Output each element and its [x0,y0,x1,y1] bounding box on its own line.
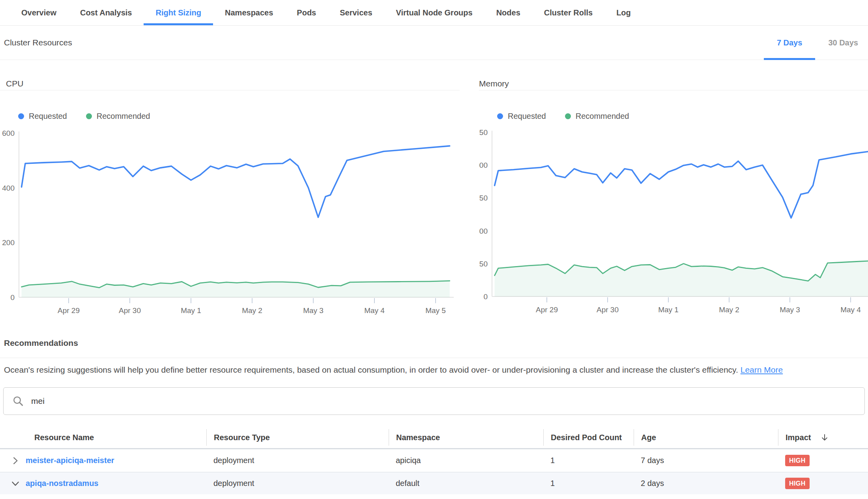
impact-badge: HIGH [785,478,810,489]
memory-chart-title: Memory [479,79,868,90]
tab-services[interactable]: Services [328,0,384,25]
charts-section: CPU RequestedRecommended 6004002000Apr 2… [0,60,868,320]
recommendations-description-text: Ocean's resizing suggestions will help y… [4,365,738,374]
y-tick-label: 1250 [479,128,488,137]
cpu-chart-title: CPU [0,79,460,90]
row-expand-toggle[interactable] [10,456,21,466]
x-tick-label: May 2 [242,306,262,315]
tab-namespaces[interactable]: Namespaces [213,0,285,25]
y-tick-label: 0 [10,293,15,302]
cpu-chart: 6004002000Apr 29Apr 30May 1May 2May 3May… [0,118,460,316]
tab-cluster-rolls[interactable]: Cluster Rolls [532,0,604,25]
x-tick-label: May 4 [364,306,385,315]
recommendations-description: Ocean's resizing suggestions will help y… [4,364,868,375]
resource-type-cell: deployment [206,449,389,472]
chevron-down-icon[interactable] [10,478,21,489]
column-header-impact[interactable]: Impact [778,429,868,446]
series-area-recommended [495,261,868,296]
search-input[interactable] [30,396,856,406]
column-header-label: Resource Name [34,433,94,442]
impact-cell: HIGH [778,473,868,494]
resource-name-link[interactable]: apiqa-nostradamus [26,479,98,488]
table-header: Resource NameResource TypeNamespaceDesir… [0,427,868,449]
sort-desc-icon[interactable] [820,433,829,442]
column-header-label: Namespace [396,433,440,442]
table-row[interactable]: apiqa-nostradamusdeploymentdefault12 day… [0,472,868,494]
impact-cell: HIGH [778,449,868,472]
x-tick-label: Apr 29 [536,306,558,314]
table-row[interactable]: meister-apiciqa-meisterdeploymentapiciqa… [0,449,868,472]
y-tick-label: 0 [483,293,488,301]
range-toggle: 7 Days30 Days [764,26,868,60]
x-tick-label: May 3 [303,306,324,315]
namespace-cell: apiciqa [389,449,543,472]
table-body: meister-apiciqa-meisterdeploymentapiciqa… [0,449,868,494]
resource-type-cell: deployment [206,473,389,494]
recommendations-table: Resource NameResource TypeNamespaceDesir… [0,427,868,494]
chevron-right-icon[interactable] [10,456,21,466]
impact-badge: HIGH [785,455,810,466]
range-tab-30-days[interactable]: 30 Days [815,26,868,60]
memory-chart-panel: Memory RequestedRecommended 125010007505… [479,60,868,121]
column-header-label: Age [641,433,656,442]
series-area-recommended [22,281,450,297]
resource-name-cell: apiqa-nostradamus [0,473,206,494]
range-tab-7-days[interactable]: 7 Days [764,26,816,60]
namespace-cell: default [389,473,543,494]
y-tick-label: 200 [2,238,15,247]
y-tick-label: 600 [2,129,15,137]
cluster-resources-header: Cluster Resources 7 Days30 Days [0,26,868,60]
x-tick-label: May 2 [719,306,739,314]
cpu-chart-panel: CPU RequestedRecommended 6004002000Apr 2… [0,60,460,121]
memory-chart: 125010007505002500Apr 29Apr 30May 1May 2… [479,118,868,316]
learn-more-link[interactable]: Learn More [741,365,783,374]
x-tick-label: May 4 [840,306,861,314]
x-tick-label: Apr 30 [597,306,619,314]
search-box [3,387,865,415]
x-tick-label: Apr 30 [119,306,141,315]
series-line-requested [22,146,450,218]
tab-right-sizing[interactable]: Right Sizing [144,0,213,25]
tab-virtual-node-groups[interactable]: Virtual Node Groups [384,0,485,25]
desired-pod-count-cell: 1 [543,449,634,472]
y-tick-label: 500 [479,227,488,235]
tab-pods[interactable]: Pods [285,0,328,25]
tab-log[interactable]: Log [604,0,643,25]
column-header-resource-type[interactable]: Resource Type [206,429,389,446]
recommendations-divider [0,358,868,358]
column-header-namespace[interactable]: Namespace [389,429,543,446]
column-header-label: Desired Pod Count [551,433,622,442]
age-cell: 2 days [634,473,778,494]
column-header-resource-name[interactable]: Resource Name [0,429,206,446]
tab-overview[interactable]: Overview [9,0,68,25]
resource-name-cell: meister-apiciqa-meister [0,449,206,472]
y-tick-label: 1000 [479,161,488,169]
search-icon [12,395,24,407]
tab-bar: OverviewCost AnalysisRight SizingNamespa… [0,0,868,26]
desired-pod-count-cell: 1 [543,473,634,494]
x-tick-label: Apr 29 [58,306,80,315]
column-header-age[interactable]: Age [634,429,778,446]
series-line-requested [495,152,868,218]
row-collapse-toggle[interactable] [10,478,21,489]
x-tick-label: May 1 [658,306,679,314]
resource-name-link[interactable]: meister-apiciqa-meister [26,456,114,465]
x-tick-label: May 1 [181,306,201,315]
y-tick-label: 250 [479,260,488,268]
x-tick-label: May 3 [780,306,800,314]
column-header-label: Impact [786,433,811,442]
tab-nodes[interactable]: Nodes [485,0,532,25]
recommendations-title: Recommendations [4,338,868,348]
y-tick-label: 750 [479,194,488,202]
x-tick-label: May 5 [425,306,446,315]
y-tick-label: 400 [2,184,15,192]
age-cell: 7 days [634,449,778,472]
column-header-label: Resource Type [214,433,270,442]
cluster-resources-title: Cluster Resources [4,38,72,47]
column-header-desired-pod-count[interactable]: Desired Pod Count [543,429,634,446]
tab-cost-analysis[interactable]: Cost Analysis [68,0,144,25]
